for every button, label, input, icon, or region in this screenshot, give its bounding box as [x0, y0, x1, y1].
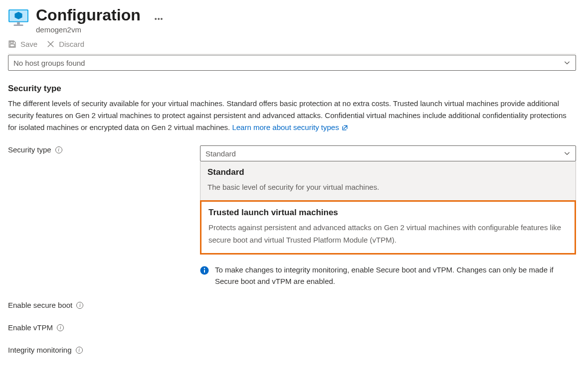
- section-heading: Security type: [8, 84, 576, 94]
- option-standard[interactable]: Standard The basic level of security for…: [200, 161, 576, 201]
- section-description: The different levels of security availab…: [8, 98, 576, 133]
- option-desc: The basic level of security for your vir…: [207, 181, 569, 194]
- svg-rect-4: [14, 24, 23, 26]
- save-label: Save: [20, 40, 37, 48]
- integrity-label-row: Integrity monitoring i: [8, 346, 200, 354]
- info-icon[interactable]: i: [76, 347, 83, 354]
- chevron-down-icon: [564, 150, 571, 157]
- external-link-icon: [342, 125, 348, 131]
- integrity-label: Integrity monitoring: [8, 346, 72, 354]
- security-type-dropdown[interactable]: Standard: [200, 145, 576, 161]
- svg-point-7: [204, 268, 205, 269]
- integrity-info-callout: To make changes to integrity monitoring,…: [200, 264, 576, 287]
- security-type-value: Standard: [205, 149, 236, 158]
- learn-more-link[interactable]: Learn more about security types: [232, 122, 348, 133]
- chevron-down-icon: [564, 59, 571, 66]
- option-trusted-launch[interactable]: Trusted launch virtual machines Protects…: [200, 200, 576, 255]
- hostgroup-dropdown[interactable]: No host groups found: [8, 55, 576, 71]
- svg-rect-3: [17, 22, 20, 25]
- page-header: Configuration demogen2vm •••: [8, 6, 576, 34]
- secure-boot-label: Enable secure boot: [8, 301, 72, 309]
- close-icon: [46, 40, 55, 48]
- info-icon[interactable]: i: [55, 146, 62, 153]
- vm-icon: [8, 9, 29, 27]
- security-type-options: Standard The basic level of security for…: [200, 161, 576, 255]
- command-bar: Save Discard: [8, 37, 576, 54]
- discard-label: Discard: [59, 40, 84, 48]
- save-icon: [8, 40, 16, 48]
- integrity-note-text: To make changes to integrity monitoring,…: [215, 264, 576, 287]
- option-desc: Protects against persistent and advanced…: [208, 222, 568, 247]
- discard-button[interactable]: Discard: [46, 40, 84, 48]
- option-title: Trusted launch virtual machines: [208, 208, 568, 218]
- vtpm-label: Enable vTPM: [8, 323, 53, 332]
- resource-name: demogen2vm: [36, 25, 141, 34]
- info-circle-icon: [200, 266, 209, 275]
- svg-rect-6: [204, 270, 205, 273]
- hostgroup-value: No host groups found: [13, 59, 85, 67]
- secure-boot-label-row: Enable secure boot i: [8, 301, 200, 309]
- info-icon[interactable]: i: [57, 324, 64, 331]
- vtpm-label-row: Enable vTPM i: [8, 323, 200, 332]
- save-button[interactable]: Save: [8, 40, 37, 48]
- security-type-label: Security type: [8, 145, 51, 154]
- more-menu-icon[interactable]: •••: [155, 15, 164, 23]
- info-icon[interactable]: i: [76, 302, 83, 309]
- page-title: Configuration: [36, 6, 141, 24]
- security-type-label-row: Security type i: [8, 145, 200, 154]
- option-title: Standard: [207, 167, 569, 177]
- learn-more-label: Learn more about security types: [232, 122, 339, 133]
